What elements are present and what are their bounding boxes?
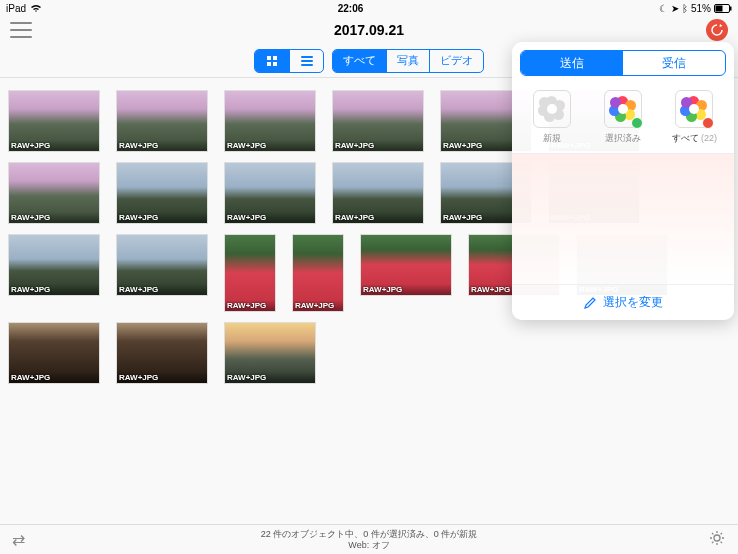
format-badge: RAW+JPG	[117, 284, 207, 295]
format-badge: RAW+JPG	[9, 284, 99, 295]
status-time: 22:06	[42, 3, 659, 14]
option-selected[interactable]: 選択済み	[593, 90, 653, 145]
format-badge: RAW+JPG	[117, 140, 207, 151]
photo-thumbnail[interactable]: RAW+JPG	[332, 162, 424, 224]
checkmark-icon	[631, 117, 643, 129]
footer-line2: Web: オフ	[261, 540, 478, 551]
location-icon: ➤	[671, 3, 679, 14]
format-badge: RAW+JPG	[361, 284, 451, 295]
format-badge: RAW+JPG	[333, 212, 423, 223]
nav-bar: 2017.09.21	[0, 16, 738, 44]
popover-options: 新規 選択済み すべて (22)	[512, 84, 734, 154]
footer-bar: ⇄ 22 件のオブジェクト中、0 件が選択済み、0 件が新規 Web: オフ	[0, 524, 738, 554]
svg-rect-2	[730, 6, 732, 10]
popover-body	[512, 154, 734, 284]
option-new[interactable]: 新規	[522, 90, 582, 145]
photo-thumbnail[interactable]: RAW+JPG	[8, 322, 100, 384]
photo-thumbnail[interactable]: RAW+JPG	[8, 90, 100, 152]
format-badge: RAW+JPG	[117, 212, 207, 223]
photo-thumbnail[interactable]: RAW+JPG	[224, 162, 316, 224]
option-all-label: すべて (22)	[672, 132, 718, 145]
device-label: iPad	[6, 3, 26, 14]
photo-thumbnail[interactable]: RAW+JPG	[116, 90, 208, 152]
back-forward-button[interactable]: ⇄	[12, 530, 25, 549]
photo-thumbnail[interactable]: RAW+JPG	[8, 162, 100, 224]
settings-button[interactable]	[708, 529, 726, 551]
filter-segment: すべて 写真 ビデオ	[332, 49, 484, 73]
filter-video[interactable]: ビデオ	[429, 50, 483, 72]
menu-button[interactable]	[10, 22, 32, 38]
list-view-button[interactable]	[289, 50, 323, 72]
photo-thumbnail[interactable]: RAW+JPG	[292, 234, 344, 312]
photo-thumbnail[interactable]: RAW+JPG	[332, 90, 424, 152]
photo-thumbnail[interactable]: RAW+JPG	[360, 234, 452, 296]
format-badge: RAW+JPG	[117, 372, 207, 383]
grid-icon	[267, 56, 277, 66]
battery-icon	[714, 4, 732, 13]
format-badge: RAW+JPG	[9, 212, 99, 223]
footer-status: 22 件のオブジェクト中、0 件が選択済み、0 件が新規 Web: オフ	[261, 529, 478, 551]
change-selection-label: 選択を変更	[603, 294, 663, 311]
tab-send[interactable]: 送信	[521, 51, 623, 75]
list-icon	[301, 56, 313, 66]
footer-line1: 22 件のオブジェクト中、0 件が選択済み、0 件が新規	[261, 529, 478, 540]
option-all[interactable]: すべて (22)	[664, 90, 724, 145]
photo-thumbnail[interactable]: RAW+JPG	[224, 322, 316, 384]
svg-point-3	[714, 535, 720, 541]
sync-button[interactable]	[706, 19, 728, 41]
photo-thumbnail[interactable]: RAW+JPG	[116, 162, 208, 224]
view-mode-segment	[254, 49, 324, 73]
svg-rect-1	[716, 5, 723, 11]
photo-thumbnail[interactable]: RAW+JPG	[224, 90, 316, 152]
pencil-icon	[583, 296, 597, 310]
battery-percent: 51%	[691, 3, 711, 14]
format-badge: RAW+JPG	[225, 212, 315, 223]
tab-receive[interactable]: 受信	[623, 51, 725, 75]
page-title: 2017.09.21	[334, 22, 404, 38]
photo-thumbnail[interactable]: RAW+JPG	[8, 234, 100, 296]
transfer-popover: 送信 受信 新規 選択済み すべて (22) 選択を変更	[512, 42, 734, 320]
filter-all[interactable]: すべて	[333, 50, 386, 72]
dnd-icon: ☾	[659, 3, 668, 14]
photo-thumbnail[interactable]: RAW+JPG	[224, 234, 276, 312]
format-badge: RAW+JPG	[225, 140, 315, 151]
grid-view-button[interactable]	[255, 50, 289, 72]
format-badge: RAW+JPG	[333, 140, 423, 151]
option-new-label: 新規	[543, 132, 561, 145]
status-bar: iPad 22:06 ☾ ➤ ᛒ 51%	[0, 0, 738, 16]
option-selected-label: 選択済み	[605, 132, 641, 145]
popover-tabs: 送信 受信	[520, 50, 726, 76]
format-badge: RAW+JPG	[225, 372, 315, 383]
filter-photo[interactable]: 写真	[386, 50, 429, 72]
format-badge: RAW+JPG	[9, 372, 99, 383]
badge-icon	[702, 117, 714, 129]
format-badge: RAW+JPG	[9, 140, 99, 151]
wifi-icon	[30, 3, 42, 13]
bluetooth-icon: ᛒ	[682, 3, 688, 14]
format-badge: RAW+JPG	[293, 300, 343, 311]
change-selection-button[interactable]: 選択を変更	[512, 284, 734, 320]
photo-thumbnail[interactable]: RAW+JPG	[116, 234, 208, 296]
format-badge: RAW+JPG	[225, 300, 275, 311]
gear-icon	[708, 529, 726, 547]
photo-thumbnail[interactable]: RAW+JPG	[116, 322, 208, 384]
